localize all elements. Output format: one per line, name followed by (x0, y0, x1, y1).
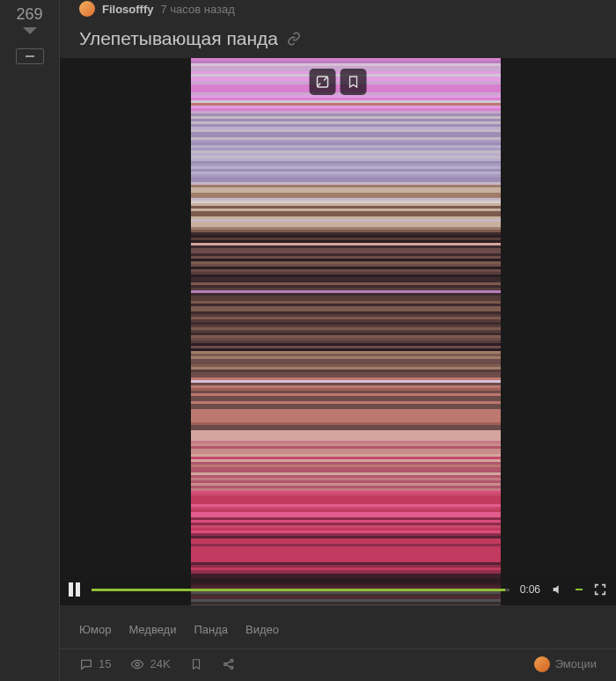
emotion-avatar-icon (534, 656, 550, 672)
permalink-icon[interactable] (287, 32, 301, 46)
svg-point-3 (230, 659, 232, 662)
post-content: Filosofffy 7 часов назад Улепетывающая п… (60, 0, 616, 681)
progress-fill (92, 589, 505, 591)
expand-icon[interactable] (310, 69, 336, 95)
title-row: Улепетывающая панда (60, 18, 616, 58)
video-player[interactable]: 0:06 (60, 58, 616, 605)
player-controls: 0:06 (60, 574, 616, 605)
video-top-overlay (310, 69, 367, 95)
fullscreen-icon[interactable] (593, 582, 607, 597)
post-header: Filosofffy 7 часов назад (60, 0, 616, 18)
pause-button[interactable] (69, 582, 81, 597)
emotions-button[interactable]: Эмоции (534, 656, 597, 672)
vote-score: 269 (16, 5, 42, 24)
volume-icon[interactable] (551, 582, 565, 597)
tag-link[interactable]: Юмор (79, 623, 111, 636)
author-link[interactable]: Filosofffy (102, 3, 154, 16)
time-label: 0:06 (520, 583, 540, 596)
save-button[interactable] (190, 658, 202, 670)
minus-button[interactable] (16, 48, 44, 64)
tag-link[interactable]: Медведи (128, 623, 176, 636)
author-avatar[interactable] (79, 1, 95, 17)
views-count: 24K (150, 657, 170, 670)
post-time: 7 часов назад (161, 3, 235, 16)
post-footer: 15 24K Эмоции (60, 648, 616, 678)
volume-level[interactable] (576, 589, 583, 590)
post-title: Улепетывающая панда (79, 28, 278, 49)
bookmark-icon[interactable] (341, 69, 367, 95)
progress-bar[interactable] (92, 589, 510, 591)
comments-count: 15 (99, 657, 111, 670)
emotions-label: Эмоции (555, 657, 597, 670)
downvote-chevron-icon[interactable] (23, 27, 37, 34)
tag-link[interactable]: Видео (246, 623, 279, 636)
tags-row: Юмор Медведи Панда Видео (60, 605, 616, 648)
views-stat: 24K (130, 657, 170, 671)
vote-column: 269 (0, 0, 60, 681)
tag-link[interactable]: Панда (194, 623, 228, 636)
share-button[interactable] (222, 657, 236, 671)
video-frame (191, 58, 501, 605)
comments-button[interactable]: 15 (79, 657, 111, 671)
svg-point-4 (230, 666, 232, 669)
svg-point-2 (224, 663, 226, 665)
svg-point-1 (136, 663, 139, 666)
